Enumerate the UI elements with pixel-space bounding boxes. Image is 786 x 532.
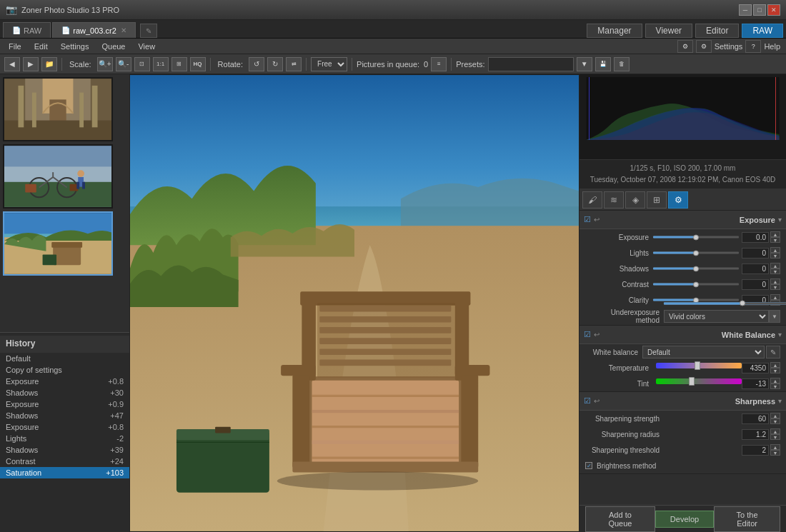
presets-input[interactable]	[488, 57, 574, 71]
exposure-undo-icon[interactable]: ↩	[594, 216, 600, 224]
wb-collapse-icon[interactable]: ▾	[778, 331, 782, 338]
sharpness-collapse-icon[interactable]: ▾	[778, 397, 782, 405]
viewer-nav-button[interactable]: Viewer	[645, 24, 692, 38]
sharpness-header[interactable]: ☑ ↩ Sharpness ▾	[579, 392, 786, 411]
menu-file[interactable]: File	[3, 41, 27, 52]
hq-button[interactable]: HQ	[190, 57, 206, 71]
history-item-copy[interactable]: Copy of settings	[0, 364, 129, 376]
menu-edit[interactable]: Edit	[29, 41, 54, 52]
history-item-saturation[interactable]: Saturation +103	[0, 467, 129, 478]
open-folder-button[interactable]: 📁	[41, 57, 57, 71]
wb-header[interactable]: ☑ ↩ White Balance ▾	[579, 326, 786, 344]
shadows-slider[interactable]	[653, 264, 739, 273]
queue-details-button[interactable]: ≡	[431, 57, 447, 71]
filmstrip-scroll[interactable]	[0, 74, 129, 332]
flip-button[interactable]: ⇄	[286, 57, 302, 71]
contrast-slider[interactable]	[653, 279, 739, 289]
panel-tab-hsl[interactable]: ◈	[625, 191, 645, 209]
forward-button[interactable]: ▶	[23, 57, 39, 71]
panel-tab-detail[interactable]: ⊞	[647, 191, 667, 209]
raw-nav-button[interactable]: RAW	[742, 24, 783, 38]
threshold-up[interactable]: ▲	[770, 444, 780, 450]
strength-down[interactable]: ▼	[770, 418, 780, 424]
lights-up[interactable]: ▲	[770, 247, 780, 253]
tint-up[interactable]: ▲	[770, 378, 780, 383]
exposure-up[interactable]: ▲	[770, 231, 780, 237]
settings-button[interactable]: ⚙	[696, 40, 712, 53]
underexposure-select[interactable]: Vivid colors	[664, 310, 769, 323]
wb-select[interactable]: Default	[642, 346, 765, 358]
help-button[interactable]: ?	[745, 40, 761, 53]
edit-tab-button[interactable]: ✎	[140, 24, 157, 38]
history-item-exposure1[interactable]: Exposure +0.8	[0, 376, 129, 387]
threshold-stepper[interactable]: ▲ ▼	[770, 444, 780, 456]
wb-enabled-checkbox[interactable]: ☑	[584, 330, 591, 339]
zoom-out-button[interactable]: 🔍-	[116, 57, 131, 71]
tools-menu-button[interactable]: ⚙	[677, 40, 693, 53]
adjustments-scroll[interactable]: ☑ ↩ Exposure ▾ Exposure 0.0	[579, 211, 786, 505]
exposure-slider[interactable]	[653, 232, 739, 242]
exposure-stepper[interactable]: ▲ ▼	[770, 231, 780, 243]
help-label[interactable]: Help	[764, 42, 780, 51]
exposure-collapse-icon[interactable]: ▾	[778, 216, 782, 224]
fit-button[interactable]: ⊡	[134, 57, 150, 71]
shadows-down[interactable]: ▼	[770, 268, 780, 274]
tint-stepper[interactable]: ▲ ▼	[770, 378, 780, 389]
menu-settings[interactable]: Settings	[55, 41, 95, 52]
clarity-up[interactable]: ▲	[770, 294, 780, 300]
maximize-button[interactable]: □	[753, 4, 766, 16]
brightness-method-checkbox[interactable]: ✓	[585, 462, 592, 469]
menu-view[interactable]: View	[132, 41, 161, 52]
exposure-down[interactable]: ▼	[770, 237, 780, 243]
delete-preset-button[interactable]: 🗑	[614, 57, 630, 71]
back-button[interactable]: ◀	[4, 57, 20, 71]
underexposure-dropdown-icon[interactable]: ▼	[769, 310, 780, 323]
history-item-lights[interactable]: Lights -2	[0, 433, 129, 444]
shadows-up[interactable]: ▲	[770, 263, 780, 268]
panel-tab-settings[interactable]: ⚙	[668, 191, 688, 209]
history-item-shadows3[interactable]: Shadows +39	[0, 444, 129, 456]
strength-stepper[interactable]: ▲ ▼	[770, 413, 780, 424]
tab-raw003[interactable]: 📄 raw_003.cr2 ✕	[52, 22, 136, 38]
history-item-shadows1[interactable]: Shadows +30	[0, 387, 129, 398]
minimize-button[interactable]: ─	[739, 4, 752, 16]
mode-select[interactable]: Free	[311, 57, 347, 71]
strength-up[interactable]: ▲	[770, 413, 780, 418]
tab-raw[interactable]: 📄 RAW	[3, 22, 51, 38]
wb-eyedropper-button[interactable]: ✎	[766, 346, 780, 358]
temperature-down[interactable]: ▼	[770, 368, 780, 373]
zoom-in-button[interactable]: 🔍+	[97, 57, 113, 71]
thumbnail-2[interactable]	[3, 144, 113, 209]
tab-close-icon[interactable]: ✕	[121, 26, 126, 34]
to-editor-button[interactable]: To the Editor	[714, 506, 780, 532]
zoom-mode-button[interactable]: ⊞	[171, 57, 187, 71]
radius-up[interactable]: ▲	[770, 428, 780, 434]
sharpness-undo-icon[interactable]: ↩	[594, 397, 600, 405]
wb-undo-icon[interactable]: ↩	[594, 331, 600, 338]
temperature-stepper[interactable]: ▲ ▼	[770, 362, 780, 373]
manager-nav-button[interactable]: Manager	[587, 24, 642, 38]
editor-nav-button[interactable]: Editor	[695, 24, 739, 38]
lights-slider[interactable]	[653, 248, 739, 258]
tint-slider[interactable]	[653, 378, 739, 388]
history-item-shadows2[interactable]: Shadows +47	[0, 410, 129, 421]
rotate-left-button[interactable]: ↺	[249, 57, 264, 71]
history-item-default[interactable]: Default	[0, 353, 129, 364]
history-item-exposure3[interactable]: Exposure +0.8	[0, 421, 129, 433]
contrast-up[interactable]: ▲	[770, 278, 780, 284]
panel-tab-curves[interactable]: ≋	[604, 191, 624, 209]
develop-button[interactable]: Develop	[655, 511, 714, 528]
actual-size-button[interactable]: 1:1	[153, 57, 169, 71]
radius-down[interactable]: ▼	[770, 434, 780, 440]
exposure-header[interactable]: ☑ ↩ Exposure ▾	[579, 211, 786, 229]
temperature-slider[interactable]	[653, 363, 739, 373]
threshold-down[interactable]: ▼	[770, 450, 780, 456]
thumbnail-3[interactable]	[3, 211, 113, 276]
presets-dropdown-button[interactable]: ▼	[577, 57, 592, 71]
contrast-down[interactable]: ▼	[770, 284, 780, 290]
history-item-exposure2[interactable]: Exposure +0.9	[0, 398, 129, 410]
rotate-right-button[interactable]: ↻	[267, 57, 283, 71]
add-to-queue-button[interactable]: Add to Queue	[585, 506, 655, 532]
shadows-stepper[interactable]: ▲ ▼	[770, 263, 780, 274]
close-button[interactable]: ✕	[767, 4, 780, 16]
